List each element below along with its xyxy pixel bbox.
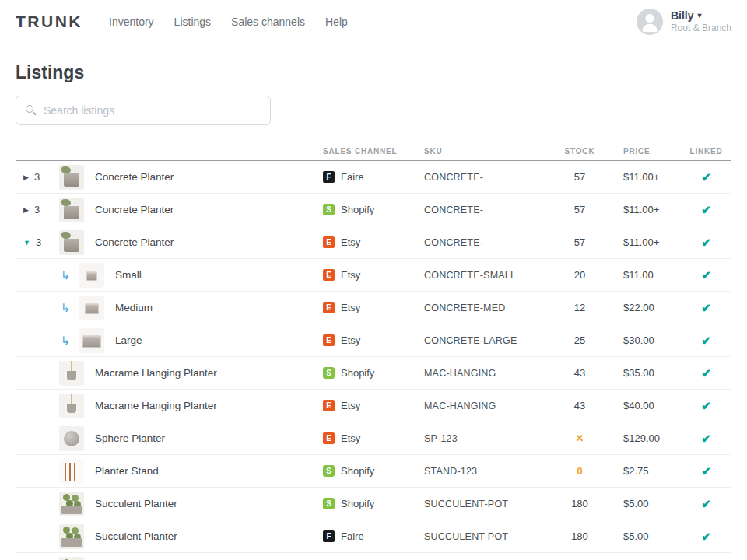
- linked-cell: ✔: [681, 301, 731, 315]
- listing-item-cell: Planter Stand: [16, 459, 323, 484]
- product-name: Macrame Hanging Planter: [95, 367, 217, 379]
- expand-toggle[interactable]: ▼ 3: [23, 236, 59, 248]
- nav-item-inventory[interactable]: Inventory: [109, 16, 154, 28]
- expand-toggle[interactable]: ▶ 3: [23, 171, 59, 183]
- linked-check-icon: ✔: [701, 334, 711, 347]
- table-row[interactable]: ↳ Small E Etsy CONCRETE-SMALL 20 $11.00 …: [16, 259, 731, 292]
- table-row[interactable]: ▶ 3 Concrete Planter F Faire CONCRETE- 5…: [16, 161, 731, 194]
- listing-item-cell: ↳ Small: [16, 263, 323, 288]
- chevron-down-icon: ▾: [698, 11, 702, 21]
- listing-item-cell: Sphere Planter: [16, 426, 323, 451]
- linked-cell: ✔: [681, 334, 731, 348]
- listing-item-cell: Macrame Hanging Planter: [16, 394, 323, 418]
- nav-item-help[interactable]: Help: [325, 16, 348, 28]
- search-box: [16, 96, 271, 125]
- channel-cell: E Etsy: [323, 302, 424, 313]
- channel-cell: E Etsy: [323, 236, 424, 248]
- avatar: [637, 9, 663, 35]
- stock-cell: 180: [549, 498, 611, 509]
- stock-cell: 57: [549, 171, 611, 183]
- table-row[interactable]: Succulent Planter S Shopify SUCCULENT-PO…: [16, 488, 731, 520]
- nav-item-listings[interactable]: Listings: [174, 16, 211, 28]
- linked-check-icon: ✔: [701, 203, 711, 216]
- expand-toggle[interactable]: ▶ 3: [23, 204, 59, 215]
- channel-cell: S Shopify: [323, 465, 424, 477]
- linked-cell: ✔: [681, 170, 731, 184]
- price-cell: $129.00: [611, 432, 681, 444]
- nav-item-sales-channels[interactable]: Sales channels: [231, 16, 305, 28]
- channel-icon: E: [323, 302, 335, 313]
- channel-icon: E: [323, 236, 335, 248]
- channel-label: Etsy: [341, 269, 360, 281]
- table-row[interactable]: Macrame Hanging Planter S Shopify MAC-HA…: [16, 357, 731, 390]
- product-thumbnail: [59, 394, 84, 418]
- channel-label: Faire: [341, 171, 364, 183]
- product-thumbnail: [59, 165, 84, 190]
- price-cell: $11.00+: [611, 204, 681, 215]
- linked-check-icon: ✔: [701, 236, 711, 249]
- listings-table: SALES CHANNEL SKU STOCK PRICE LINKED ▶ 3…: [16, 142, 731, 560]
- linked-cell: ✔: [681, 268, 731, 282]
- channel-label: Etsy: [341, 400, 360, 411]
- listing-item-cell: ▶ 3 Concrete Planter: [16, 165, 323, 190]
- user-menu[interactable]: Billy ▾ Root & Branch: [637, 9, 731, 35]
- top-bar: Trunk Inventory Listings Sales channels …: [0, 0, 747, 44]
- stock-cell: 43: [549, 367, 611, 379]
- linked-check-icon: ✔: [701, 366, 711, 380]
- price-cell: $11.00: [611, 269, 681, 281]
- main-content: Listings SALES CHANNEL SKU STOCK PRICE L…: [0, 62, 747, 560]
- table-row[interactable]: ↳ Large E Etsy CONCRETE-LARGE 25 $30.00 …: [16, 324, 731, 357]
- product-thumbnail: [59, 524, 84, 549]
- column-header-price: PRICE: [611, 147, 681, 156]
- channel-label: Etsy: [341, 302, 360, 313]
- linked-cell: ✔: [681, 432, 731, 446]
- table-row[interactable]: Sphere Planter E Etsy SP-123 ✕ $129.00 ✔: [16, 422, 731, 455]
- product-name: Medium: [115, 302, 153, 313]
- channel-label: Etsy: [341, 236, 360, 248]
- table-row[interactable]: Succulent Planter F Faire SUCCULENT-POT …: [16, 520, 731, 553]
- listing-item-cell: ↳ Medium: [16, 296, 323, 320]
- channel-label: Etsy: [341, 432, 360, 444]
- column-header-stock: STOCK: [549, 147, 611, 156]
- sku-cell: CONCRETE-: [424, 205, 549, 215]
- search-icon: [26, 105, 37, 116]
- brand-logo[interactable]: Trunk: [16, 12, 82, 31]
- column-header-sku: SKU: [424, 147, 549, 156]
- listing-item-cell: Succulent Planter: [16, 492, 323, 516]
- sku-cell: CONCRETE-SMALL: [424, 270, 549, 281]
- price-cell: $5.00: [611, 498, 681, 509]
- channel-label: Shopify: [341, 465, 374, 477]
- expand-arrow-icon: ▶: [23, 173, 29, 181]
- linked-cell: ✔: [681, 366, 731, 380]
- column-header-sales-channel: SALES CHANNEL: [323, 147, 424, 156]
- channel-label: Shopify: [341, 498, 374, 509]
- listing-item-cell: Macrame Hanging Planter: [16, 361, 323, 386]
- linked-check-icon: ✔: [701, 268, 711, 282]
- channel-label: Shopify: [341, 204, 374, 215]
- linked-check-icon: ✔: [701, 170, 711, 184]
- product-thumbnail: [59, 426, 84, 451]
- table-row[interactable]: Planter Stand S Shopify STAND-123 0 $2.7…: [16, 455, 731, 488]
- user-name: Billy: [671, 9, 694, 23]
- channel-icon: E: [323, 334, 335, 346]
- price-cell: $22.00: [611, 302, 681, 313]
- table-row[interactable]: ▶ 3 Concrete Planter S Shopify CONCRETE-…: [16, 194, 731, 226]
- table-row[interactable]: [16, 553, 731, 560]
- linked-cell: ✔: [681, 399, 731, 413]
- table-body: ▶ 3 Concrete Planter F Faire CONCRETE- 5…: [16, 161, 731, 560]
- channel-icon: E: [323, 269, 335, 281]
- linked-cell: ✔: [681, 464, 731, 478]
- column-header-linked: LINKED: [681, 147, 731, 156]
- table-row[interactable]: ↳ Medium E Etsy CONCRETE-MED 12 $22.00 ✔: [16, 292, 731, 324]
- price-cell: $40.00: [611, 400, 681, 411]
- table-row[interactable]: ▼ 3 Concrete Planter E Etsy CONCRETE- 57…: [16, 226, 731, 259]
- table-row[interactable]: Macrame Hanging Planter E Etsy MAC-HANGI…: [16, 390, 731, 422]
- channel-icon: S: [323, 367, 335, 379]
- sku-cell: CONCRETE-: [424, 237, 549, 248]
- child-arrow-icon: ↳: [61, 301, 79, 315]
- price-cell: $11.00+: [611, 171, 681, 183]
- channel-cell: E Etsy: [323, 432, 424, 444]
- sku-cell: CONCRETE-LARGE: [424, 335, 549, 346]
- price-cell: $35.00: [611, 367, 681, 379]
- search-input[interactable]: [44, 104, 261, 117]
